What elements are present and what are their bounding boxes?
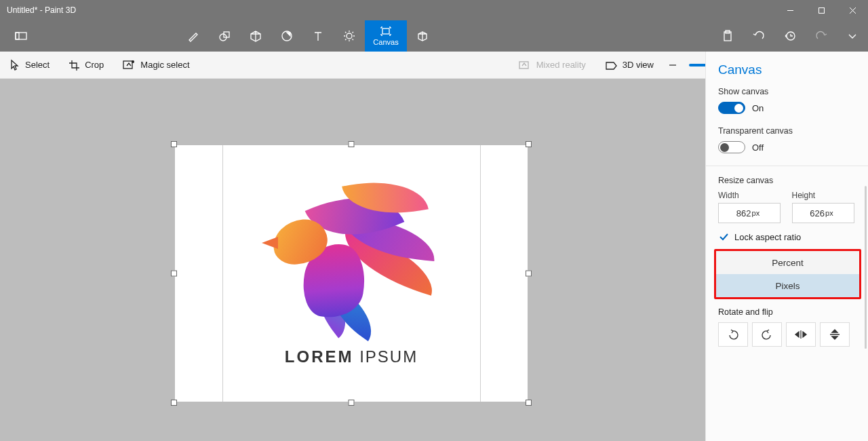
mixed-reality-tool: Mixed reality — [509, 52, 595, 78]
menu-button[interactable] — [0, 20, 42, 52]
tab-canvas-label: Canvas — [373, 38, 398, 46]
flip-vertical-button[interactable] — [820, 322, 850, 347]
units-segmented-highlight: Percent Pixels — [714, 249, 861, 299]
redo-button[interactable] — [806, 31, 837, 41]
units-percent-option[interactable]: Percent — [716, 251, 859, 274]
title-bar: Untitled* - Paint 3D — [0, 0, 868, 20]
width-input[interactable]: 862px — [718, 203, 781, 223]
tab-brushes[interactable] — [178, 20, 209, 52]
resize-handle-sw[interactable] — [171, 400, 177, 406]
maximize-button[interactable] — [806, 0, 837, 20]
magic-select-label: Magic select — [140, 60, 189, 70]
show-canvas-toggle[interactable] — [718, 102, 745, 114]
resize-handle-n[interactable] — [349, 141, 355, 147]
tab-2d-shapes[interactable] — [209, 20, 240, 52]
crop-label: Crop — [85, 60, 104, 70]
history-button[interactable] — [774, 30, 806, 42]
side-panel: Canvas Show canvas On Transparent canvas… — [705, 52, 868, 441]
svg-rect-4 — [16, 33, 26, 39]
minimize-button[interactable] — [774, 0, 806, 20]
resize-canvas-label: Resize canvas — [718, 176, 861, 185]
resize-handle-nw[interactable] — [171, 141, 177, 147]
select-tool[interactable]: Select — [0, 52, 59, 78]
tab-effects[interactable] — [334, 20, 365, 52]
tab-stickers[interactable] — [271, 20, 302, 52]
tab-3d-library[interactable] — [407, 20, 438, 52]
svg-point-9 — [347, 33, 352, 39]
rotate-cw-button[interactable] — [752, 322, 782, 347]
svg-line-17 — [353, 32, 354, 33]
resize-handle-se[interactable] — [526, 400, 532, 406]
lock-aspect-checkbox[interactable] — [718, 231, 729, 242]
3d-view-tool[interactable]: 3D view — [595, 52, 663, 78]
canvas-image — [263, 179, 439, 335]
show-canvas-label: Show canvas — [718, 87, 861, 96]
workspace[interactable]: LOREM IPSUM — [0, 79, 705, 441]
resize-handle-s[interactable] — [349, 400, 355, 406]
crop-tool[interactable]: Crop — [59, 52, 113, 78]
panel-title: Canvas — [718, 62, 861, 77]
canvas-image-text: LOREM IPSUM — [175, 347, 528, 366]
rotate-flip-label: Rotate and flip — [718, 307, 861, 317]
svg-rect-32 — [519, 62, 528, 69]
window-title: Untitled* - Paint 3D — [0, 5, 774, 15]
svg-point-31 — [132, 61, 134, 63]
main-toolbar: Canvas — [0, 20, 868, 52]
canvas[interactable]: LOREM IPSUM — [175, 145, 528, 402]
transparent-canvas-toggle[interactable] — [718, 141, 745, 153]
see-more-button[interactable] — [837, 32, 868, 40]
paste-button[interactable] — [712, 30, 743, 42]
svg-line-15 — [353, 39, 354, 41]
mixed-reality-label: Mixed reality — [536, 60, 586, 70]
resize-handle-w[interactable] — [171, 271, 177, 277]
resize-handle-ne[interactable] — [526, 141, 532, 147]
3d-view-label: 3D view — [623, 60, 654, 70]
panel-scrollbar[interactable] — [865, 186, 867, 349]
svg-rect-18 — [382, 28, 389, 34]
undo-button[interactable] — [743, 31, 774, 41]
svg-rect-5 — [16, 33, 19, 39]
transparent-canvas-state: Off — [752, 142, 764, 153]
select-label: Select — [25, 60, 50, 70]
resize-handle-e[interactable] — [526, 271, 532, 277]
show-canvas-state: On — [752, 103, 764, 113]
flip-horizontal-button[interactable] — [786, 322, 816, 347]
lock-aspect-label: Lock aspect ratio — [734, 232, 801, 242]
close-button[interactable] — [837, 0, 868, 20]
magic-select-tool[interactable]: Magic select — [113, 52, 199, 78]
rotate-ccw-button[interactable] — [718, 322, 748, 347]
svg-rect-1 — [818, 7, 824, 13]
units-pixels-option[interactable]: Pixels — [716, 274, 859, 297]
width-label: Width — [718, 191, 788, 200]
zoom-out-button[interactable] — [663, 56, 682, 75]
height-input[interactable]: 626px — [792, 203, 854, 223]
svg-line-14 — [345, 32, 347, 33]
transparent-canvas-label: Transparent canvas — [718, 126, 861, 136]
tab-canvas[interactable]: Canvas — [365, 20, 407, 52]
svg-line-16 — [345, 39, 347, 41]
height-label: Height — [792, 191, 862, 200]
tab-text[interactable] — [302, 20, 334, 52]
tab-3d-shapes[interactable] — [240, 20, 271, 52]
